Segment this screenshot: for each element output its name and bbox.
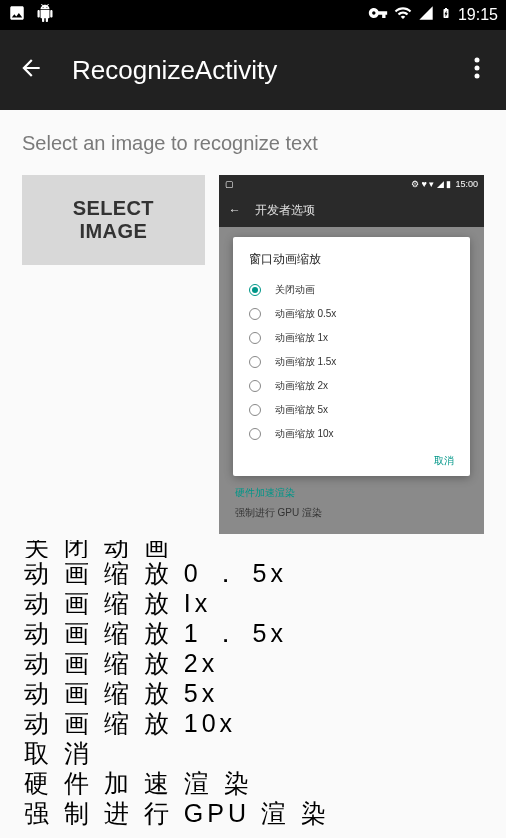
preview-option-label: 动画缩放 10x bbox=[275, 427, 334, 441]
preview-option: 动画缩放 0.5x bbox=[233, 302, 470, 326]
ocr-line: 动 画 缩 放 5x bbox=[24, 678, 484, 708]
vpn-key-icon bbox=[368, 3, 388, 27]
signal-icon bbox=[418, 5, 434, 25]
svg-point-2 bbox=[475, 74, 480, 79]
ocr-line: 动 画 缩 放 0 ． 5x bbox=[24, 558, 484, 588]
preview-back-icon: ← bbox=[229, 203, 241, 217]
preview-option: 关闭动画 bbox=[233, 278, 470, 302]
preview-option: 动画缩放 5x bbox=[233, 398, 470, 422]
radio-icon bbox=[249, 332, 261, 344]
preview-option: 动画缩放 1x bbox=[233, 326, 470, 350]
battery-icon bbox=[440, 4, 452, 26]
overflow-menu-icon[interactable] bbox=[466, 56, 488, 84]
prompt-text: Select an image to recognize text bbox=[22, 132, 484, 155]
preview-option-label: 动画缩放 0.5x bbox=[275, 307, 337, 321]
radio-icon bbox=[249, 356, 261, 368]
preview-force-gpu: 强制进行 GPU 渲染 bbox=[233, 504, 470, 522]
preview-option-label: 动画缩放 1x bbox=[275, 331, 328, 345]
ocr-line: 取 消 bbox=[24, 738, 484, 768]
ocr-line: 关 闭 动 画 bbox=[24, 540, 484, 558]
preview-action-title: 开发者选项 bbox=[255, 202, 315, 219]
radio-icon bbox=[249, 380, 261, 392]
radio-icon bbox=[249, 428, 261, 440]
preview-option-label: 关闭动画 bbox=[275, 283, 315, 297]
select-image-button[interactable]: SELECT IMAGE bbox=[22, 175, 205, 265]
preview-status-icons: ⚙ ♥ ▾ ◢ ▮ bbox=[411, 179, 451, 189]
radio-icon bbox=[249, 404, 261, 416]
wifi-icon bbox=[394, 4, 412, 26]
preview-status-left-icon: ▢ bbox=[225, 179, 234, 189]
ocr-output: 关 闭 动 画动 画 缩 放 0 ． 5x动 画 缩 放 Ix动 画 缩 放 1… bbox=[22, 534, 484, 828]
image-icon bbox=[8, 4, 26, 26]
radio-icon bbox=[249, 308, 261, 320]
preview-image: ▢ ⚙ ♥ ▾ ◢ ▮ 15:00 ← 开发者选项 窗口动画缩放 关闭动画动画缩… bbox=[219, 175, 484, 534]
ocr-line: 动 画 缩 放 Ix bbox=[24, 588, 484, 618]
preview-option: 动画缩放 10x bbox=[233, 422, 470, 446]
status-bar: 19:15 bbox=[0, 0, 506, 30]
preview-option: 动画缩放 2x bbox=[233, 374, 470, 398]
ocr-line: 硬 件 加 速 渲 染 bbox=[24, 768, 484, 798]
action-bar: RecognizeActivity bbox=[0, 30, 506, 110]
svg-point-1 bbox=[475, 66, 480, 71]
page-title: RecognizeActivity bbox=[72, 55, 466, 86]
preview-hw-accel: 硬件加速渲染 bbox=[233, 476, 470, 504]
preview-dialog: 窗口动画缩放 关闭动画动画缩放 0.5x动画缩放 1x动画缩放 1.5x动画缩放… bbox=[233, 237, 470, 476]
ocr-line: 动 画 缩 放 1 ． 5x bbox=[24, 618, 484, 648]
preview-option: 动画缩放 1.5x bbox=[233, 350, 470, 374]
android-icon bbox=[36, 4, 54, 26]
preview-dialog-title: 窗口动画缩放 bbox=[233, 251, 470, 278]
back-arrow-icon[interactable] bbox=[18, 55, 44, 85]
svg-point-0 bbox=[475, 58, 480, 63]
preview-option-label: 动画缩放 1.5x bbox=[275, 355, 337, 369]
preview-option-label: 动画缩放 5x bbox=[275, 403, 328, 417]
ocr-line: 强 制 进 行 GPU 渲 染 bbox=[24, 798, 484, 828]
preview-status-time: 15:00 bbox=[455, 179, 478, 189]
preview-dialog-cancel: 取消 bbox=[233, 446, 470, 468]
radio-icon bbox=[249, 284, 261, 296]
preview-option-label: 动画缩放 2x bbox=[275, 379, 328, 393]
ocr-line: 动 画 缩 放 10x bbox=[24, 708, 484, 738]
ocr-line: 动 画 缩 放 2x bbox=[24, 648, 484, 678]
status-time: 19:15 bbox=[458, 6, 498, 24]
